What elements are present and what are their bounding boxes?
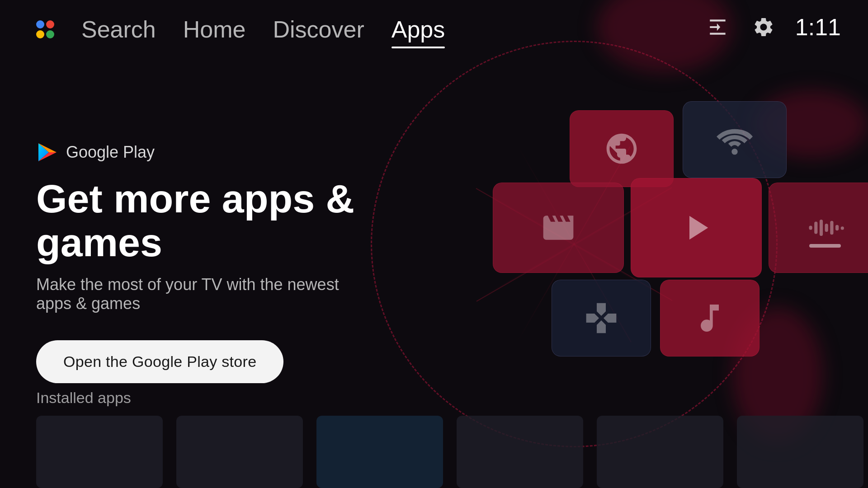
app-thumb-4[interactable] [457, 416, 583, 488]
app-thumb-1[interactable] [36, 416, 163, 488]
app-thumb-2[interactable] [176, 416, 303, 488]
open-play-store-button[interactable]: Open the Google Play store [36, 340, 283, 383]
google-logo [36, 20, 54, 38]
nav-apps[interactable]: Apps [392, 16, 445, 43]
nav-search[interactable]: Search [81, 16, 156, 43]
scroll-indicator [809, 244, 841, 248]
clock: 1:11 [795, 14, 841, 41]
google-play-label: Google Play [66, 143, 155, 162]
nav-home[interactable]: Home [183, 16, 246, 43]
main-subheadline: Make the most of your TV with the newest… [36, 275, 353, 313]
app-thumb-5[interactable] [597, 416, 723, 488]
google-play-badge: Google Play [36, 141, 868, 164]
settings-button[interactable] [750, 14, 777, 41]
app-thumb-3[interactable] [316, 416, 443, 488]
input-source-button[interactable] [705, 14, 732, 41]
installed-apps-section: Installed apps [0, 389, 868, 488]
app-thumb-6[interactable] [737, 416, 863, 488]
installed-apps-row [36, 416, 832, 488]
nav-discover[interactable]: Discover [273, 16, 364, 43]
top-right-controls: 1:11 [705, 14, 841, 41]
installed-apps-title: Installed apps [36, 389, 832, 407]
main-headline: Get more apps & games [36, 177, 389, 265]
